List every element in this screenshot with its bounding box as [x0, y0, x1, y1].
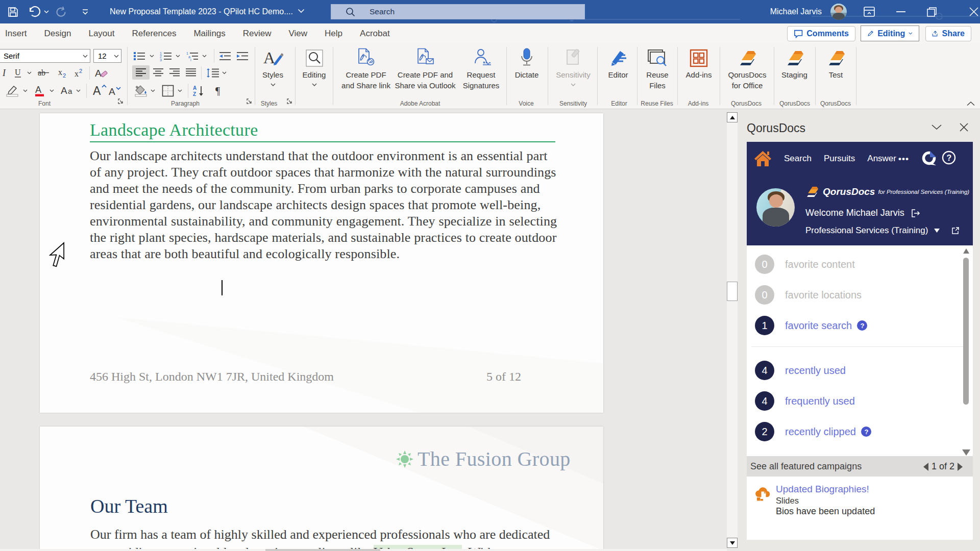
stat-label[interactable]: favorite content: [785, 259, 855, 270]
restore-button[interactable]: [920, 0, 943, 23]
search-box[interactable]: Search: [331, 4, 585, 19]
stat-row[interactable]: 1 favorite search ?: [755, 316, 973, 335]
font-dialog-launcher[interactable]: [117, 98, 125, 105]
home-button[interactable]: [754, 150, 772, 167]
ribbon-tab[interactable]: View: [289, 29, 308, 39]
scroll-up-button[interactable]: [727, 112, 738, 122]
pane-scrollbar-thumb[interactable]: [963, 258, 969, 405]
ribbon-tab[interactable]: Help: [325, 29, 342, 39]
ribbon-display-options-button[interactable]: [857, 0, 881, 23]
decrease-indent-button[interactable]: [218, 49, 232, 63]
stat-row[interactable]: 0 favorite locations ?: [755, 285, 973, 305]
pane-nav-link[interactable]: Search: [784, 154, 812, 164]
bullets-button[interactable]: [132, 49, 147, 63]
borders-button[interactable]: [160, 84, 176, 98]
pane-help-button[interactable]: ?: [942, 151, 956, 165]
shading-dropdown[interactable]: [149, 84, 156, 98]
sensitivity-button[interactable]: Sensitivity: [554, 47, 592, 96]
document-scrollbar-thumb[interactable]: [727, 282, 738, 301]
stat-label[interactable]: favorite locations: [785, 289, 862, 301]
qorus-refresh-button[interactable]: [922, 150, 937, 166]
sort-button[interactable]: A Z: [192, 84, 206, 98]
multilevel-list-button[interactable]: 1 a i: [185, 49, 200, 63]
stat-help-icon[interactable]: ?: [857, 320, 867, 331]
more-menu-button[interactable]: •••: [898, 154, 909, 164]
stat-row[interactable]: 0 favorite content ?: [755, 255, 973, 274]
grow-font-button[interactable]: A: [92, 83, 107, 98]
ribbon-tab[interactable]: Design: [44, 29, 71, 39]
line-spacing-dropdown[interactable]: [220, 66, 228, 80]
external-link-icon[interactable]: [952, 227, 959, 234]
multilevel-list-dropdown[interactable]: [201, 49, 208, 63]
ribbon-tab[interactable]: Review: [243, 29, 272, 39]
numbering-button[interactable]: 1 2 3: [158, 49, 174, 63]
subscript-button[interactable]: x 2: [57, 66, 69, 80]
italic-button[interactable]: I: [0, 66, 9, 80]
campaign-title[interactable]: Updated Biographies!: [776, 484, 869, 495]
pager-next-icon[interactable]: [958, 463, 963, 471]
align-left-button[interactable]: [134, 66, 148, 79]
qorusdocs-for-office-button[interactable]: QorusDocsfor Office: [729, 47, 766, 96]
document-vertical-scrollbar[interactable]: [727, 112, 738, 548]
document-horizontal-scrollbar[interactable]: [0, 549, 727, 551]
pane-scroll-up-icon[interactable]: [963, 248, 969, 254]
show-hide-formatting-button[interactable]: ¶: [213, 84, 226, 98]
user-name[interactable]: Michael Jarvis: [770, 0, 822, 23]
change-case-dropdown[interactable]: [75, 84, 82, 98]
task-pane-menu-chevron[interactable]: [931, 124, 942, 130]
stat-label[interactable]: favorite search: [785, 320, 852, 332]
pane-nav-link[interactable]: Answer: [867, 154, 896, 164]
ribbon-tab[interactable]: References: [132, 29, 177, 39]
font-color-button[interactable]: A: [32, 84, 48, 98]
minimize-button[interactable]: [889, 0, 913, 23]
styles-dialog-launcher[interactable]: [286, 98, 293, 105]
stat-row[interactable]: 2 recently clipped ?: [755, 422, 973, 441]
save-button[interactable]: [4, 3, 21, 20]
underline-button[interactable]: U: [12, 66, 23, 80]
underline-dropdown[interactable]: [26, 66, 33, 80]
sign-out-icon[interactable]: [912, 209, 920, 217]
stat-help-icon[interactable]: ?: [861, 427, 871, 437]
pane-user-avatar[interactable]: [756, 188, 795, 227]
line-spacing-button[interactable]: [205, 66, 220, 80]
user-avatar[interactable]: [830, 4, 847, 20]
font-color-dropdown[interactable]: [48, 84, 55, 98]
customize-quick-access-toolbar-button[interactable]: [77, 3, 94, 20]
workspace-selector[interactable]: Professional Services (Training): [805, 226, 959, 236]
horizontal-scrollbar-thumb[interactable]: [265, 549, 380, 551]
styles-button[interactable]: A Styles: [258, 47, 287, 96]
strikethrough-button[interactable]: ab: [37, 66, 52, 80]
see-all-campaigns-link[interactable]: See all featured campaigns: [750, 461, 862, 472]
align-right-button[interactable]: [167, 66, 182, 79]
pane-nav-link[interactable]: Pursuits: [824, 154, 855, 164]
text-highlight-dropdown[interactable]: [21, 84, 29, 98]
editing-mode-button[interactable]: Editing: [861, 26, 919, 41]
qorusdocs-test-button[interactable]: Test: [822, 47, 850, 96]
document-page-6[interactable]: The Fusion Group Our Team Our firm has a…: [40, 427, 603, 551]
align-center-button[interactable]: [151, 66, 165, 79]
title-chevron-icon[interactable]: [298, 9, 305, 13]
create-pdf-share-link-button[interactable]: Create PDFand Share link: [339, 47, 393, 96]
add-ins-button[interactable]: Add-ins: [684, 47, 714, 96]
close-button[interactable]: [964, 0, 980, 23]
create-pdf-share-outlook-button[interactable]: Create PDF andShare via Outlook: [394, 47, 456, 96]
dictate-button[interactable]: Dictate: [512, 47, 542, 96]
undo-dropdown[interactable]: [44, 10, 49, 14]
font-size-combo[interactable]: 12: [93, 49, 121, 63]
ribbon-tab[interactable]: Layout: [88, 29, 114, 39]
scroll-down-button[interactable]: [727, 538, 738, 548]
stat-row[interactable]: 4 frequently used ?: [755, 391, 973, 411]
justify-button[interactable]: [184, 66, 198, 79]
redo-button[interactable]: [53, 3, 70, 20]
undo-button[interactable]: [26, 3, 43, 20]
task-pane-close-icon[interactable]: [960, 123, 968, 132]
superscript-button[interactable]: x 2: [74, 66, 86, 80]
stat-label[interactable]: frequently used: [785, 395, 855, 407]
clear-formatting-button[interactable]: A: [94, 66, 109, 80]
request-signatures-button[interactable]: RequestSignatures: [459, 47, 503, 96]
collapse-ribbon-button[interactable]: [966, 101, 975, 106]
ribbon-tab[interactable]: Mailings: [193, 29, 225, 39]
comments-button[interactable]: Comments: [787, 26, 855, 41]
campaign-item[interactable]: Updated Biographies! Slides Bios have be…: [747, 477, 973, 540]
editing-button[interactable]: Editing: [299, 47, 329, 96]
